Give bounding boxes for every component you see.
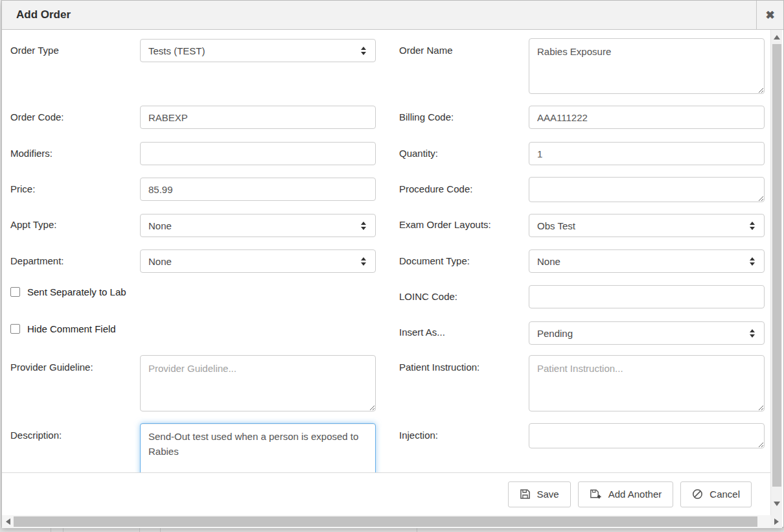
scroll-up-arrow[interactable] bbox=[771, 31, 782, 43]
document-type-selected-value: None bbox=[537, 256, 560, 267]
background-table-line bbox=[160, 527, 161, 532]
modifiers-input[interactable] bbox=[140, 142, 376, 165]
document-type-label: Document Type: bbox=[399, 255, 470, 266]
hide-comment-label: Hide Comment Field bbox=[27, 323, 116, 334]
patient-instruction-textarea[interactable] bbox=[529, 355, 765, 411]
save-plus-icon bbox=[590, 489, 602, 500]
order-type-label: Order Type bbox=[10, 45, 59, 56]
price-input[interactable] bbox=[140, 178, 376, 201]
appt-type-label: Appt Type: bbox=[10, 219, 56, 230]
page-background bbox=[0, 527, 784, 532]
save-button-label: Save bbox=[537, 489, 559, 500]
exam-order-layouts-selected-value: Obs Test bbox=[537, 220, 575, 231]
provider-guideline-label: Provider Guideline: bbox=[10, 362, 93, 373]
order-code-input[interactable] bbox=[140, 106, 376, 129]
quantity-input[interactable] bbox=[529, 142, 765, 165]
scroll-left-arrow[interactable] bbox=[2, 515, 14, 528]
price-label: Price: bbox=[10, 183, 35, 194]
hide-comment-checkbox[interactable] bbox=[10, 324, 20, 334]
cancel-icon bbox=[692, 489, 703, 500]
horizontal-scrollbar-thumb[interactable] bbox=[14, 516, 757, 527]
cancel-button[interactable]: Cancel bbox=[680, 481, 752, 507]
order-type-selected-value: Tests (TEST) bbox=[148, 45, 205, 56]
exam-order-layouts-select[interactable]: Obs Test bbox=[529, 214, 765, 237]
vertical-scrollbar[interactable] bbox=[770, 30, 782, 515]
close-icon: ✖ bbox=[765, 8, 774, 22]
background-table-line bbox=[63, 527, 63, 532]
updown-caret-icon bbox=[750, 257, 755, 266]
updown-caret-icon bbox=[361, 257, 366, 266]
order-name-label: Order Name bbox=[399, 45, 453, 56]
department-selected-value: None bbox=[148, 256, 172, 267]
document-type-select[interactable]: None bbox=[529, 249, 765, 273]
add-another-button[interactable]: Add Another bbox=[578, 481, 674, 507]
description-label: Description: bbox=[10, 430, 62, 441]
background-table-line bbox=[417, 527, 417, 532]
procedure-code-label: Procedure Code: bbox=[399, 183, 472, 194]
dialog-title: Add Order bbox=[16, 1, 71, 29]
appt-type-selected-value: None bbox=[148, 220, 172, 231]
dialog-header: Add Order ✖ bbox=[2, 1, 783, 30]
save-icon bbox=[520, 489, 531, 500]
department-select[interactable]: None bbox=[140, 249, 376, 273]
injection-label: Injection: bbox=[399, 430, 438, 441]
loinc-code-label: LOINC Code: bbox=[399, 291, 457, 302]
updown-caret-icon bbox=[750, 222, 755, 230]
updown-caret-icon bbox=[750, 329, 755, 338]
modifiers-label: Modifiers: bbox=[10, 148, 52, 159]
scroll-right-arrow[interactable] bbox=[770, 515, 782, 528]
close-button[interactable]: ✖ bbox=[756, 1, 783, 29]
sent-separately-label: Sent Separately to Lab bbox=[27, 286, 126, 297]
insert-as-label: Insert As... bbox=[399, 327, 445, 338]
scroll-down-arrow[interactable] bbox=[771, 498, 782, 509]
updown-caret-icon bbox=[361, 47, 366, 55]
add-order-dialog: Add Order ✖ Order Type Tests (TEST) Orde… bbox=[1, 0, 784, 527]
procedure-code-textarea[interactable] bbox=[529, 177, 765, 202]
billing-code-input[interactable] bbox=[529, 106, 765, 129]
cancel-button-label: Cancel bbox=[709, 489, 740, 500]
horizontal-scrollbar[interactable] bbox=[2, 515, 770, 528]
add-another-button-label: Add Another bbox=[608, 489, 662, 500]
billing-code-label: Billing Code: bbox=[399, 111, 454, 122]
hide-comment-checkbox-row[interactable]: Hide Comment Field bbox=[10, 323, 116, 334]
appt-type-select[interactable]: None bbox=[140, 214, 376, 237]
description-textarea[interactable]: Send-Out test used when a person is expo… bbox=[140, 423, 376, 472]
sent-separately-checkbox[interactable] bbox=[10, 287, 20, 297]
exam-order-layouts-label: Exam Order Layouts: bbox=[399, 219, 491, 230]
background-table-line bbox=[139, 527, 140, 532]
dialog-footer: Save Add Another Cancel bbox=[2, 472, 770, 515]
insert-as-selected-value: Pending bbox=[537, 328, 573, 339]
vertical-scrollbar-thumb[interactable] bbox=[772, 44, 781, 487]
department-label: Department: bbox=[10, 255, 64, 266]
loinc-code-input[interactable] bbox=[529, 285, 765, 308]
order-name-textarea[interactable]: Rabies Exposure bbox=[529, 38, 765, 94]
order-type-select[interactable]: Tests (TEST) bbox=[140, 39, 376, 62]
provider-guideline-textarea[interactable] bbox=[140, 355, 376, 411]
save-button[interactable]: Save bbox=[508, 481, 571, 507]
patient-instruction-label: Patient Instruction: bbox=[399, 362, 479, 373]
order-code-label: Order Code: bbox=[10, 111, 64, 122]
insert-as-select[interactable]: Pending bbox=[529, 321, 765, 345]
injection-textarea[interactable] bbox=[529, 423, 765, 448]
background-table-line bbox=[51, 527, 51, 532]
sent-separately-checkbox-row[interactable]: Sent Separately to Lab bbox=[10, 286, 126, 297]
quantity-label: Quantity: bbox=[399, 148, 438, 159]
updown-caret-icon bbox=[361, 222, 366, 230]
dialog-body: Order Type Tests (TEST) Order Name Rabie… bbox=[2, 30, 770, 472]
